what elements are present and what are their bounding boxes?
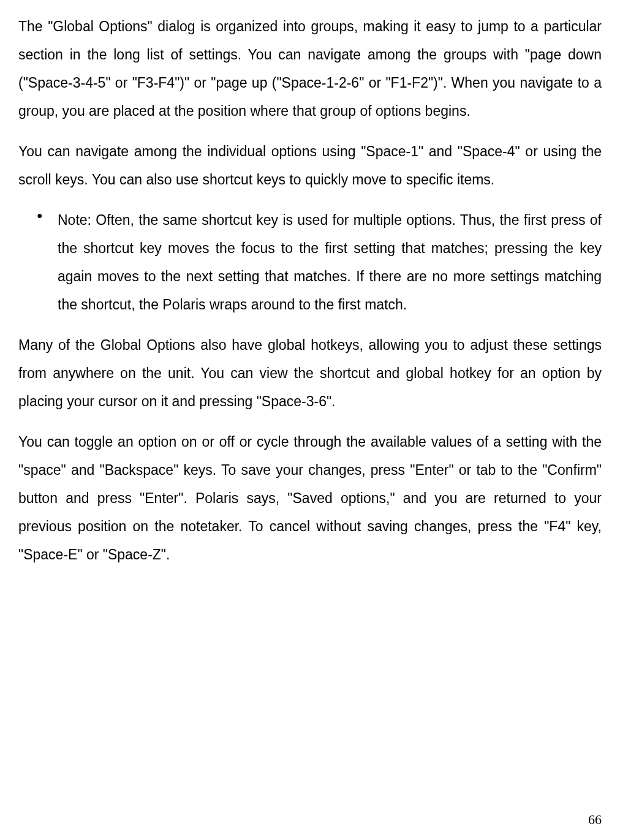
body-paragraph: Many of the Global Options also have glo… [18, 331, 602, 415]
body-paragraph: You can toggle an option on or off or cy… [18, 428, 602, 569]
page-number: 66 [588, 812, 602, 828]
body-paragraph: The "Global Options" dialog is organized… [18, 12, 602, 125]
bullet-list: Note: Often, the same shortcut key is us… [18, 206, 602, 319]
list-item: Note: Often, the same shortcut key is us… [43, 206, 602, 319]
body-paragraph: You can navigate among the individual op… [18, 137, 602, 194]
